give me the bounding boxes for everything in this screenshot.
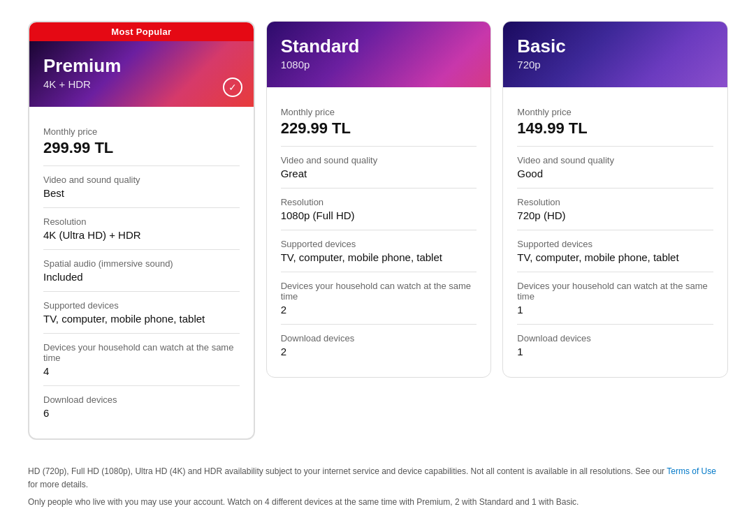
- row-value-standard-5: 2: [281, 346, 477, 357]
- row-value-premium-1: Best: [43, 187, 240, 199]
- plan-row-standard-5: Download devices 2: [281, 325, 477, 366]
- plan-row-basic-1: Video and sound quality Good: [517, 147, 713, 189]
- row-value-standard-4: 2: [281, 304, 477, 316]
- plan-quality-standard: 1080p: [281, 59, 477, 71]
- footer-notes: HD (720p), Full HD (1080p), Ultra HD (4K…: [14, 454, 742, 510]
- row-value-standard-2: 1080p (Full HD): [281, 209, 477, 221]
- plan-row-premium-5: Devices your household can watch at the …: [43, 334, 240, 386]
- plan-header-premium: Premium 4K + HDR ✓: [29, 41, 254, 107]
- row-label-premium-3: Spatial audio (immersive sound): [43, 258, 240, 269]
- plan-name-premium: Premium: [43, 55, 240, 77]
- plan-card-basic: Basic 720p Monthly price 149.99 TL Video…: [502, 21, 728, 378]
- plan-row-basic-3: Supported devices TV, computer, mobile p…: [517, 230, 713, 272]
- row-label-premium-6: Download devices: [43, 394, 240, 405]
- plan-row-standard-4: Devices your household can watch at the …: [281, 272, 477, 325]
- row-value-basic-5: 1: [517, 346, 713, 357]
- row-label-premium-1: Video and sound quality: [43, 175, 240, 185]
- plan-row-standard-3: Supported devices TV, computer, mobile p…: [281, 230, 477, 272]
- row-label-standard-1: Video and sound quality: [281, 155, 477, 165]
- plan-row-basic-0: Monthly price 149.99 TL: [517, 98, 713, 147]
- plan-row-premium-0: Monthly price 299.99 TL: [43, 118, 240, 166]
- plan-header-basic: Basic 720p: [503, 22, 727, 87]
- plan-row-premium-3: Spatial audio (immersive sound) Included: [43, 250, 240, 292]
- plan-row-standard-1: Video and sound quality Great: [281, 147, 477, 189]
- plan-row-basic-4: Devices your household can watch at the …: [517, 272, 713, 325]
- row-label-premium-0: Monthly price: [43, 126, 240, 137]
- row-label-premium-5: Devices your household can watch at the …: [43, 342, 240, 363]
- row-value-basic-3: TV, computer, mobile phone, tablet: [517, 251, 713, 263]
- row-label-basic-2: Resolution: [517, 197, 713, 207]
- plan-row-premium-4: Supported devices TV, computer, mobile p…: [43, 292, 240, 334]
- terms-of-use-link[interactable]: Terms of Use: [667, 466, 716, 476]
- plan-quality-premium: 4K + HDR: [43, 78, 240, 90]
- row-label-basic-1: Video and sound quality: [517, 155, 713, 165]
- plan-row-standard-2: Resolution 1080p (Full HD): [281, 189, 477, 230]
- row-label-basic-5: Download devices: [517, 333, 713, 343]
- plan-row-basic-2: Resolution 720p (HD): [517, 189, 713, 230]
- row-label-premium-4: Supported devices: [43, 300, 240, 311]
- row-label-standard-0: Monthly price: [281, 107, 477, 117]
- plan-quality-basic: 720p: [517, 59, 713, 71]
- row-value-basic-0: 149.99 TL: [517, 119, 713, 138]
- plan-body-standard: Monthly price 229.99 TL Video and sound …: [267, 87, 491, 377]
- plan-body-basic: Monthly price 149.99 TL Video and sound …: [503, 87, 727, 377]
- row-label-basic-0: Monthly price: [517, 107, 713, 117]
- row-value-basic-4: 1: [517, 304, 713, 316]
- row-label-standard-4: Devices your household can watch at the …: [281, 281, 477, 302]
- selected-check-icon: ✓: [223, 77, 242, 97]
- row-value-premium-2: 4K (Ultra HD) + HDR: [43, 229, 240, 241]
- row-value-premium-4: TV, computer, mobile phone, tablet: [43, 313, 240, 325]
- row-label-standard-2: Resolution: [281, 197, 477, 207]
- row-value-standard-1: Great: [281, 168, 477, 179]
- plan-card-premium: Most Popular Premium 4K + HDR ✓ Monthly …: [28, 21, 255, 440]
- row-value-standard-0: 229.99 TL: [281, 119, 477, 138]
- plan-row-standard-0: Monthly price 229.99 TL: [281, 98, 477, 147]
- row-label-basic-3: Supported devices: [517, 239, 713, 249]
- plan-header-standard: Standard 1080p: [267, 22, 491, 87]
- row-value-premium-6: 6: [43, 407, 240, 419]
- plans-container: Most Popular Premium 4K + HDR ✓ Monthly …: [14, 14, 742, 454]
- row-value-basic-2: 720p (HD): [517, 209, 713, 221]
- plan-card-standard: Standard 1080p Monthly price 229.99 TL V…: [266, 21, 492, 378]
- plan-name-basic: Basic: [517, 36, 713, 57]
- row-value-premium-5: 4: [43, 365, 240, 377]
- plan-name-standard: Standard: [281, 36, 477, 57]
- row-label-basic-4: Devices your household can watch at the …: [517, 281, 713, 302]
- plan-row-premium-6: Download devices 6: [43, 386, 240, 427]
- row-label-premium-2: Resolution: [43, 216, 240, 227]
- row-value-basic-1: Good: [517, 168, 713, 179]
- row-value-premium-3: Included: [43, 271, 240, 283]
- footer-note-1: HD (720p), Full HD (1080p), Ultra HD (4K…: [28, 465, 728, 492]
- footer-note-2: Only people who live with you may use yo…: [28, 496, 728, 509]
- row-label-standard-5: Download devices: [281, 333, 477, 343]
- most-popular-banner: Most Popular: [29, 22, 254, 41]
- row-label-standard-3: Supported devices: [281, 239, 477, 249]
- plan-body-premium: Monthly price 299.99 TL Video and sound …: [29, 107, 254, 438]
- plan-row-premium-2: Resolution 4K (Ultra HD) + HDR: [43, 208, 240, 250]
- plan-row-basic-5: Download devices 1: [517, 325, 713, 366]
- plan-row-premium-1: Video and sound quality Best: [43, 166, 240, 208]
- row-value-premium-0: 299.99 TL: [43, 139, 240, 157]
- row-value-standard-3: TV, computer, mobile phone, tablet: [281, 251, 477, 263]
